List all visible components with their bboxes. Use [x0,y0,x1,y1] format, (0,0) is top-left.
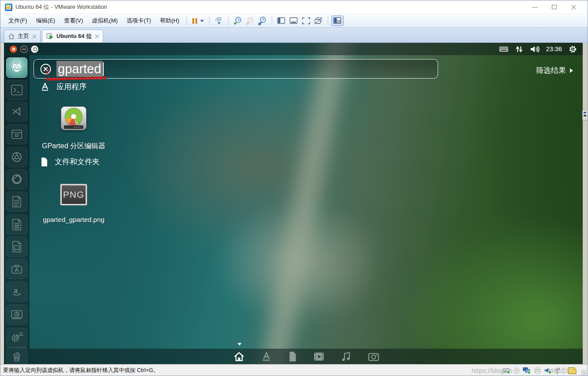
vmware-logo-icon [5,4,12,11]
resize-grip[interactable] [581,370,587,376]
music-lens-icon[interactable] [341,351,352,362]
menu-help[interactable]: 帮助(H) [155,15,184,27]
network-adapter-icon[interactable] [523,367,531,374]
launcher-item-amazon[interactable]: a [6,282,27,302]
gparted-disk-pie-icon [61,106,86,130]
vmware-workstation-window: Ubuntu 64 位 - VMware Workstation 文件(F) 编… [0,0,588,376]
network-arrows-icon[interactable] [515,45,523,53]
maximize-button[interactable] [544,1,564,13]
menu-view[interactable]: 查看(V) [60,15,87,27]
fullscreen-button[interactable] [300,15,312,26]
menubar: 文件(F) 编辑(E) 查看(V) 虚拟机(M) 选项卡(T) 帮助(H) [0,14,588,28]
dropdown-arrow-icon[interactable] [200,20,204,22]
section-applications: 应用程序 [40,82,86,92]
library-toggle-button[interactable] [331,15,344,26]
session-gear-icon[interactable] [569,45,577,53]
launcher-item-ubuntu-software[interactable] [6,259,27,279]
unity-mode-button[interactable] [312,15,325,26]
result-gparted-app[interactable]: GParted 分区编辑器 [36,106,111,151]
tab-label: 主页 [18,32,29,40]
fullscreen-icon [302,17,311,25]
launcher-item-trash[interactable] [6,347,27,364]
photos-lens-icon[interactable] [368,352,379,361]
launcher-item-firefox[interactable] [6,169,27,189]
launcher-item-ubuntu-dash[interactable] [6,57,27,78]
home-lens-icon[interactable] [233,351,245,362]
console-view-button[interactable] [275,15,288,26]
take-snapshot-icon [233,16,242,25]
home-icon [8,34,15,39]
launcher-item-libreoffice-calc[interactable] [6,214,27,235]
video-lens-icon[interactable] [313,352,325,361]
printer-icon[interactable] [534,367,541,374]
tab-home[interactable]: 主页 [4,30,41,42]
ubuntu-desktop[interactable]: 23:36 [4,43,583,364]
launcher-item-code-editor[interactable] [6,102,27,122]
send-input-icon [215,17,223,25]
launcher-item-system-settings[interactable] [6,328,27,348]
tab-ubuntu-vm[interactable]: Ubuntu 64 位 [42,30,103,42]
filter-results-button[interactable]: 筛选结果 [536,65,573,75]
result-gparted-png-file[interactable]: PNG gparted_gparted.png [36,184,111,223]
launcher-item-terminal[interactable] [6,80,27,100]
summary-view-button[interactable] [288,15,300,26]
tab-close-icon[interactable] [95,34,99,38]
vm-display-frame: 23:36 [0,43,588,364]
launcher-item-chromium-browser[interactable] [6,147,27,167]
menu-tabs[interactable]: 选项卡(T) [122,15,156,27]
svg-text:a: a [14,287,18,294]
minimize-icon [532,7,538,8]
minimize-button[interactable] [525,1,544,13]
filter-results-label: 筛选结果 [536,65,566,75]
tab-close-icon[interactable] [32,34,36,38]
manage-snapshots-button[interactable] [256,15,269,26]
section-label: 文件和文件夹 [55,157,100,167]
ubuntu-top-panel: 23:36 [4,43,583,55]
menu-file[interactable]: 文件(F) [4,15,32,27]
message-log-icon[interactable] [568,367,577,375]
manage-snapshots-icon [258,16,267,25]
launcher-item-gparted[interactable] [6,305,27,325]
dash-maximize-button[interactable] [31,45,38,53]
menu-edit[interactable]: 编辑(E) [32,15,60,27]
search-text-selected: gparted [56,61,102,77]
software-center-icon [11,263,23,274]
revert-snapshot-button[interactable] [244,15,256,26]
document-icon [40,157,48,167]
cd-rom-icon[interactable] [513,367,520,374]
volume-icon[interactable] [530,45,539,53]
files-lens-icon[interactable] [288,351,297,362]
menu-vm[interactable]: 虚拟机(M) [87,15,122,27]
applications-lens-icon[interactable] [261,351,272,362]
sound-icon[interactable] [544,367,552,374]
send-input-button[interactable] [213,15,225,26]
keyboard-icon[interactable] [499,46,509,53]
summary-view-icon [289,17,298,25]
terminal-icon [11,84,23,96]
close-icon [571,4,577,10]
dash-search-input[interactable]: gparted [34,59,438,79]
writer-icon [11,196,22,208]
launcher-item-libreoffice-writer[interactable] [6,192,27,212]
dash-minimize-button[interactable] [20,45,28,53]
firefox-icon [11,173,23,185]
result-label: GParted 分区编辑器 [42,142,105,151]
pause-button[interactable] [190,18,206,24]
side-panel-tab[interactable] [582,110,587,120]
code-editor-icon [11,106,22,117]
usb-icon[interactable] [554,367,560,374]
statusbar: 要将输入定向到该虚拟机，请将鼠标指针移入其中或按 Ctrl+G。 https:/… [0,364,588,376]
status-message: 要将输入定向到该虚拟机，请将鼠标指针移入其中或按 Ctrl+G。 [3,367,158,374]
launcher-item-file-manager[interactable] [6,124,27,144]
hard-disk-icon[interactable] [502,367,510,374]
annotation-number: 7 [46,68,49,75]
vm-play-icon [46,33,53,39]
applications-lens-icon [40,82,50,92]
take-snapshot-button[interactable] [232,15,244,26]
collapse-caret-icon[interactable] [237,343,242,346]
clock[interactable]: 23:36 [546,45,562,53]
file-cabinet-icon [11,128,23,140]
dash-close-button[interactable] [10,45,17,53]
launcher-item-libreoffice-impress[interactable] [6,237,27,257]
close-button[interactable] [564,1,583,13]
